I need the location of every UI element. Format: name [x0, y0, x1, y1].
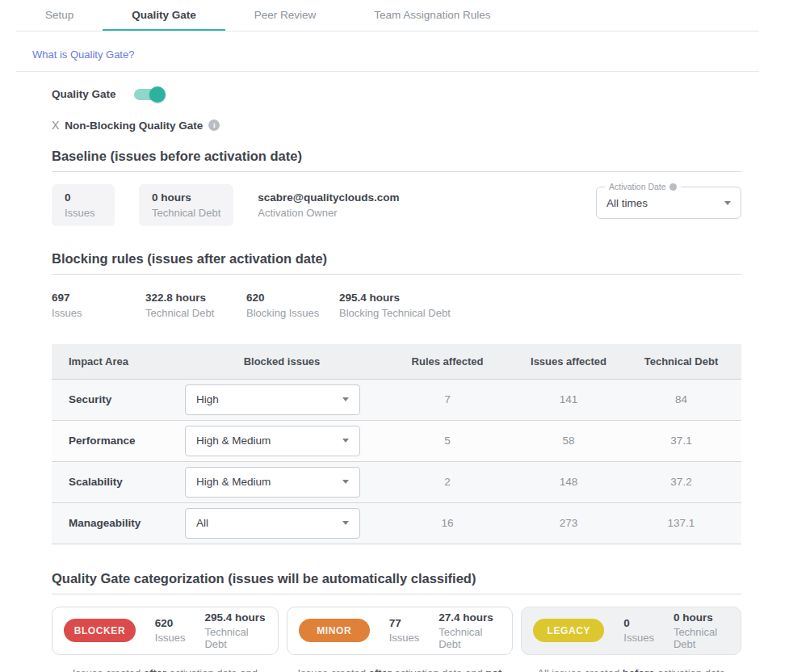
- col-header-impact-area: Impact Area: [52, 344, 185, 379]
- what-is-quality-gate-link[interactable]: What is Quality Gate?: [32, 48, 134, 61]
- minor-card: MINOR 77 Issues 27.4 hours Technical Deb…: [287, 607, 514, 655]
- tab-team-assignation-rules[interactable]: Team Assignation Rules: [345, 0, 519, 31]
- technical-debt-cell: 37.1: [621, 420, 741, 461]
- tab-bar: Setup Quality Gate Peer Review Team Assi…: [16, 0, 759, 32]
- stat-label: Technical Debt: [439, 626, 501, 650]
- technical-debt-cell: 37.2: [621, 461, 741, 502]
- rules-affected-cell: 16: [379, 502, 516, 544]
- blocker-caption: Issues created after activation date and…: [52, 666, 279, 672]
- blocked-issues-select-performance[interactable]: High & Medium: [185, 426, 360, 456]
- minor-issues-stat: 77 Issues: [389, 617, 420, 644]
- col-header-issues-affected: Issues affected: [516, 344, 621, 379]
- blocking-debt-stat: 322.8 hours Technical Debt: [145, 287, 246, 324]
- legacy-card-column: LEGACY 0 Issues 0 hours Technical Debt A…: [521, 607, 741, 672]
- blocking-blocking-issues-stat: 620 Blocking Issues: [246, 287, 339, 324]
- activation-date-floating-label: Activation Date: [605, 182, 681, 191]
- issues-affected-cell: 148: [516, 461, 621, 502]
- activation-date-label-text: Activation Date: [609, 182, 666, 191]
- tab-quality-gate[interactable]: Quality Gate: [103, 0, 225, 31]
- baseline-title: Baseline (issues before activation date): [52, 149, 741, 172]
- issues-affected-cell: 141: [516, 379, 621, 420]
- categorization-title: Quality Gate categorization (issues will…: [52, 571, 741, 594]
- blocking-rules-table: Impact Area Blocked issues Rules affecte…: [52, 344, 741, 544]
- stat-label: Issues: [155, 632, 186, 644]
- caret-down-icon: [724, 201, 731, 205]
- activation-date-info-icon[interactable]: [669, 183, 677, 191]
- tab-setup[interactable]: Setup: [16, 0, 103, 31]
- select-value: All: [196, 517, 208, 529]
- legacy-issues-stat: 0 Issues: [623, 617, 654, 644]
- stat-label: Issues: [65, 207, 102, 219]
- table-row-performance: Performance High & Medium 5 58 37.1: [52, 420, 741, 461]
- non-blocking-label: Non-Blocking Quality Gate: [65, 120, 203, 132]
- minor-caption: Issues created after activation date and…: [287, 666, 514, 672]
- blocking-issues-stat: 697 Issues: [52, 287, 145, 324]
- select-value: High & Medium: [196, 435, 271, 447]
- caret-down-icon: [342, 521, 349, 525]
- quality-gate-toggle-switch[interactable]: [134, 89, 164, 100]
- toggle-knob: [149, 86, 166, 103]
- activation-date-select[interactable]: Activation Date All times: [596, 187, 741, 219]
- impact-area-cell: Security: [52, 379, 185, 420]
- info-icon[interactable]: i: [208, 120, 220, 131]
- blocking-rules-section: Blocking rules (issues after activation …: [52, 251, 741, 544]
- issues-affected-cell: 58: [516, 420, 621, 461]
- categorization-cards-row: BLOCKER 620 Issues 295.4 hours Technical…: [52, 607, 741, 672]
- help-link-row: What is Quality Gate?: [16, 47, 759, 72]
- rules-affected-cell: 7: [379, 379, 516, 420]
- rules-affected-cell: 5: [379, 420, 516, 461]
- issues-affected-cell: 273: [516, 502, 621, 544]
- baseline-debt-stat: 0 hours Technical Debt: [139, 184, 233, 226]
- table-row-security: Security High 7 141 84: [52, 379, 741, 420]
- stat-value: 0 hours: [674, 611, 729, 624]
- blocked-issues-select-scalability[interactable]: High & Medium: [185, 467, 360, 498]
- caret-down-icon: [342, 480, 349, 484]
- stat-label: Technical Debt: [674, 626, 729, 650]
- table-row-scalability: Scalability High & Medium 2 148 37.2: [52, 461, 741, 502]
- blocker-card: BLOCKER 620 Issues 295.4 hours Technical…: [52, 607, 279, 655]
- select-value: High & Medium: [196, 476, 271, 488]
- stat-value: 697: [52, 292, 145, 304]
- blocking-stats-row: 697 Issues 322.8 hours Technical Debt 62…: [52, 287, 741, 324]
- blocker-issues-stat: 620 Issues: [155, 617, 186, 644]
- technical-debt-cell: 137.1: [621, 502, 741, 544]
- stat-label: Technical Debt: [152, 207, 220, 219]
- caret-down-icon: [342, 397, 349, 401]
- impact-area-cell: Manageability: [52, 502, 185, 544]
- minor-card-column: MINOR 77 Issues 27.4 hours Technical Deb…: [287, 607, 514, 672]
- stat-value: 295.4 hours: [204, 611, 266, 624]
- legacy-debt-stat: 0 hours Technical Debt: [674, 611, 729, 650]
- quality-gate-toggle-row: Quality Gate: [52, 88, 789, 100]
- blocked-issues-select-manageability[interactable]: All: [185, 508, 360, 539]
- stat-value: 0: [65, 191, 102, 204]
- baseline-issues-stat: 0 Issues: [52, 184, 115, 226]
- stat-label: Technical Debt: [145, 307, 246, 319]
- rules-affected-cell: 2: [379, 461, 516, 502]
- x-icon: X: [52, 119, 59, 132]
- blocked-issues-select-security[interactable]: High: [185, 384, 360, 415]
- caret-down-icon: [342, 439, 349, 443]
- non-blocking-row: X Non-Blocking Quality Gate i: [52, 119, 789, 132]
- stat-value: 620: [246, 292, 339, 304]
- activation-owner-email: scabre@qualityclouds.com: [258, 191, 399, 204]
- blocking-rules-title: Blocking rules (issues after activation …: [52, 251, 741, 275]
- stat-value: 0 hours: [152, 191, 220, 204]
- legacy-card: LEGACY 0 Issues 0 hours Technical Debt: [521, 607, 741, 655]
- technical-debt-cell: 84: [621, 379, 741, 420]
- stat-label: Blocking Issues: [246, 307, 339, 319]
- stat-value: 620: [155, 617, 186, 629]
- blocking-blocking-debt-stat: 295.4 hours Blocking Technical Debt: [339, 287, 451, 324]
- impact-area-cell: Scalability: [52, 461, 185, 502]
- tab-peer-review[interactable]: Peer Review: [225, 0, 346, 31]
- activation-date-value: All times: [606, 197, 648, 209]
- col-header-technical-debt: Technical Debt: [621, 344, 741, 379]
- activation-owner-stat: scabre@qualityclouds.com Activation Owne…: [258, 184, 399, 226]
- legacy-caption: All issues created before activation dat…: [521, 666, 741, 672]
- blocker-card-column: BLOCKER 620 Issues 295.4 hours Technical…: [52, 607, 279, 672]
- table-row-manageability: Manageability All 16 273 137.1: [52, 502, 741, 544]
- stat-value: 322.8 hours: [145, 292, 246, 304]
- blocker-badge: BLOCKER: [64, 619, 136, 642]
- stat-label: Technical Debt: [204, 626, 266, 650]
- stat-label: Issues: [623, 632, 654, 644]
- baseline-stats-row: 0 Issues 0 hours Technical Debt scabre@q…: [52, 184, 741, 226]
